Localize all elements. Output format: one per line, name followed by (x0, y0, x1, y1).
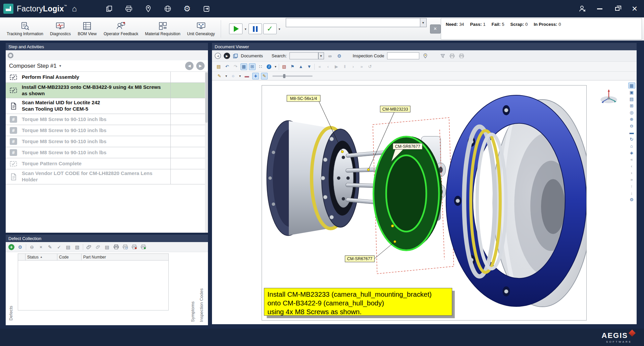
shape-tool-button[interactable]: ○ (230, 73, 236, 79)
work-order-dropdown-caret[interactable]: ▾ (420, 18, 427, 27)
switch-workstation-button[interactable] (199, 2, 214, 15)
restore-button[interactable] (610, 1, 625, 16)
page-up-icon[interactable]: ▲ (298, 63, 304, 70)
layers-icon[interactable]: ▤ (628, 96, 635, 102)
zoom-slider-thumb[interactable] (283, 74, 285, 78)
attach-image-button[interactable] (95, 244, 101, 250)
scroll-down-icon[interactable]: ↓ (628, 190, 635, 196)
print-document-icon[interactable] (449, 53, 455, 59)
paste-icon[interactable]: ▤ (215, 63, 222, 70)
viewer-settings-icon[interactable]: ⚙ (628, 196, 635, 203)
assembly-3d-view[interactable]: M8-SC-56x1/4 CM-MB23233 (262, 85, 586, 320)
shape-tool-caret[interactable]: ▾ (239, 74, 241, 78)
print-all-icon[interactable] (458, 53, 465, 59)
unit-genealogy-button[interactable]: Unit Genealogy (184, 18, 218, 40)
eraser-tool-button[interactable]: ▬ (244, 73, 250, 79)
tab-defects[interactable]: Defects (8, 306, 13, 321)
print-defects-button[interactable] (113, 244, 119, 250)
previous-page-button[interactable]: ‹ (325, 63, 331, 70)
complete-button[interactable]: ✓ (263, 23, 277, 34)
scroll-up-icon[interactable]: ↑ (628, 183, 635, 189)
activity-row[interactable]: # Torque M8 Screw to 90-110 inch lbs (6, 114, 208, 125)
print-confirm-button[interactable] (140, 244, 147, 250)
next-page-button[interactable]: › (350, 63, 357, 70)
rotate-view-icon[interactable]: ↻ (628, 136, 635, 142)
loop-pages-button[interactable]: ↺ (367, 63, 373, 70)
defect-report-button[interactable]: ▤ (104, 244, 110, 250)
play-pages-button[interactable]: ▶ (333, 63, 340, 70)
complete-options-caret[interactable]: ▾ (279, 27, 280, 31)
material-requisition-button[interactable]: Material Requisition (142, 18, 183, 40)
operator-feedback-button[interactable]: Operator Feedback (100, 18, 142, 40)
document-search-input[interactable] (289, 52, 318, 59)
view-grid-button[interactable]: ▦ (240, 63, 247, 70)
home-button[interactable]: ⌂ (67, 2, 82, 15)
export-document-icon[interactable]: ▧ (281, 63, 287, 70)
activity-row[interactable]: Scan Vendor LOT CODE for CM-LH82820 Came… (6, 169, 208, 184)
search-dropdown-caret[interactable]: ▾ (318, 52, 324, 59)
documents-button[interactable] (102, 2, 117, 15)
zoom-in-icon[interactable]: ⊕ (628, 116, 635, 122)
pan-tool-button[interactable]: + (252, 73, 259, 79)
tracking-information-button[interactable]: Tracking Information (3, 18, 47, 40)
document-canvas[interactable]: M8-SC-56x1/4 CM-MB23233 (212, 80, 637, 324)
documents-label[interactable]: Documents (241, 53, 263, 58)
find-binoculars-icon[interactable]: ∞ (327, 53, 333, 59)
print-services-button[interactable] (121, 2, 136, 15)
confirm-defect-button[interactable]: ✓ (56, 244, 62, 250)
defects-table[interactable]: Status▲ Code Part Number (18, 253, 169, 310)
part-number-column-header[interactable]: Part Number (82, 254, 168, 260)
work-order-combobox[interactable] (286, 18, 420, 27)
remove-defect-button[interactable]: ⊖ (29, 244, 35, 250)
diagnostics-button[interactable]: Diagnostics (47, 18, 74, 40)
info-button[interactable]: i (266, 63, 272, 70)
start-options-caret[interactable]: ▾ (245, 27, 246, 31)
delete-defect-button[interactable]: × (38, 244, 44, 250)
previous-step-button[interactable]: ◀ (185, 62, 194, 70)
standard-views-icon[interactable]: ◈ (628, 150, 635, 156)
activity-row-selected[interactable]: Install CM-MB23233 onto CM-B3422-9 using… (6, 83, 208, 98)
redo-icon[interactable]: ↷ (232, 63, 239, 70)
inspection-location-icon[interactable] (422, 53, 429, 59)
pause-pages-button[interactable]: ‖ (341, 63, 348, 70)
activity-row[interactable]: Torque Pattern Complete (6, 158, 208, 169)
defect-export-button[interactable]: ▧ (74, 244, 80, 250)
fit-page-button[interactable]: ⊞ (249, 63, 256, 70)
orientation-axes[interactable] (598, 88, 619, 105)
defect-document-button[interactable]: ▤ (65, 244, 71, 250)
print-export-button[interactable] (131, 244, 138, 250)
gasket-ring-part[interactable] (373, 136, 442, 250)
display-options-icon[interactable]: ∷ (257, 63, 264, 70)
code-column-header[interactable]: Code (57, 254, 82, 260)
highlighter-tool-button[interactable]: ✎ (261, 73, 268, 79)
search-settings-icon[interactable]: ⚙ (336, 53, 343, 59)
location-button[interactable] (141, 2, 156, 15)
step-group-caret[interactable]: ▾ (59, 64, 61, 68)
logoff-user-button[interactable] (575, 2, 590, 15)
zoom-fit-icon[interactable]: ▬ (628, 129, 635, 135)
activity-row[interactable]: Perform Final Assembly (6, 72, 208, 83)
zoom-window-icon[interactable]: ◎ (628, 109, 635, 115)
zoom-slider[interactable] (272, 75, 313, 77)
next-step-button[interactable]: ▶ (196, 62, 205, 70)
status-column-header[interactable]: Status▲ (25, 254, 57, 260)
forward-button[interactable]: ▶ (224, 53, 230, 59)
page-down-icon[interactable]: ▼ (306, 63, 313, 70)
pause-button[interactable] (249, 23, 262, 34)
settings-button[interactable]: ⚙ (180, 2, 195, 15)
bom-view-button[interactable]: BOM View (74, 18, 100, 40)
last-view-icon[interactable]: » (628, 176, 635, 182)
activity-row[interactable]: Scan Material UID for Loctite 242 Scan T… (6, 98, 208, 114)
undo-icon[interactable]: ↶ (224, 63, 230, 70)
defect-settings-button[interactable]: ⚙ (17, 244, 23, 250)
info-caret[interactable]: ▾ (275, 65, 276, 68)
minimize-button[interactable] (592, 1, 607, 16)
snapshot-icon[interactable]: ▣ (628, 89, 635, 95)
view-grid-icon[interactable]: ▦ (628, 82, 635, 89)
inspection-code-input[interactable] (387, 52, 419, 59)
activity-row[interactable]: # Torque M8 Screw to 90-110 inch lbs (6, 147, 208, 158)
activity-row[interactable]: # Torque M8 Screw to 90-110 inch lbs (6, 136, 208, 147)
first-page-button[interactable]: « (316, 63, 323, 70)
back-button[interactable]: ◀ (215, 53, 221, 59)
print-preview-button[interactable] (122, 244, 128, 250)
